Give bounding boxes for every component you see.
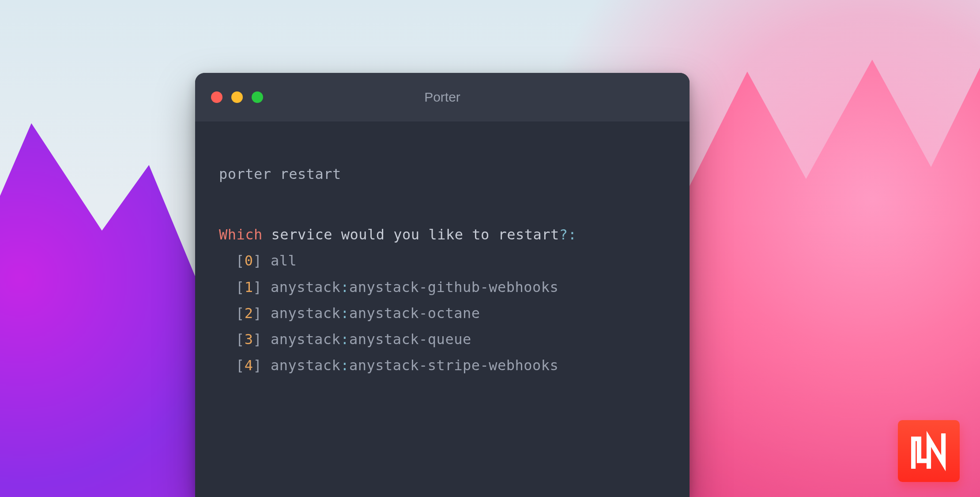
separator-colon: : [340, 331, 349, 348]
logo-badge [898, 420, 960, 482]
option-row[interactable]: [3] anystack:anystack-queue [236, 326, 666, 353]
bracket-open: [ [236, 305, 245, 322]
terminal-window: Porter porter restart Which service woul… [195, 73, 690, 497]
option-index: 2 [245, 305, 253, 322]
prompt-terminator: ?: [559, 226, 577, 243]
bracket-close: ] [253, 331, 262, 348]
options-list: [0] all [1] anystack:anystack-github-web… [236, 248, 666, 379]
bracket-close: ] [253, 305, 262, 322]
bracket-open: [ [236, 252, 245, 269]
traffic-lights [211, 91, 263, 103]
separator-colon: : [340, 279, 349, 296]
option-label-post: anystack-octane [349, 305, 480, 322]
option-label-post: anystack-queue [349, 331, 471, 348]
close-button[interactable] [211, 91, 222, 103]
option-index: 4 [245, 357, 253, 374]
option-label: all [271, 252, 297, 269]
option-label-pre: anystack [271, 279, 340, 296]
option-row[interactable]: [0] all [236, 248, 666, 274]
bracket-open: [ [236, 331, 245, 348]
prompt-text: service would you like to restart [263, 226, 559, 243]
bracket-open: [ [236, 357, 245, 374]
minimize-button[interactable] [231, 91, 243, 103]
option-label-pre: anystack [271, 305, 340, 322]
bracket-close: ] [253, 357, 262, 374]
command-line: porter restart [219, 161, 666, 187]
option-row[interactable]: [4] anystack:anystack-stripe-webhooks [236, 353, 666, 379]
bracket-close: ] [253, 279, 262, 296]
prompt-which: Which [219, 226, 263, 243]
window-titlebar[interactable]: Porter [195, 73, 690, 121]
logo-icon [908, 431, 949, 471]
option-label-pre: anystack [271, 357, 340, 374]
option-row[interactable]: [1] anystack:anystack-github-webhooks [236, 274, 666, 300]
maximize-button[interactable] [252, 91, 263, 103]
bracket-close: ] [253, 252, 262, 269]
option-row[interactable]: [2] anystack:anystack-octane [236, 300, 666, 326]
option-label-pre: anystack [271, 331, 340, 348]
option-index: 0 [245, 252, 253, 269]
option-label-post: anystack-stripe-webhooks [349, 357, 558, 374]
prompt-line: Which service would you like to restart?… [219, 222, 666, 248]
bracket-open: [ [236, 279, 245, 296]
separator-colon: : [340, 357, 349, 374]
option-label-post: anystack-github-webhooks [349, 279, 558, 296]
terminal-body[interactable]: porter restart Which service would you l… [195, 121, 690, 379]
separator-colon: : [340, 305, 349, 322]
window-title: Porter [195, 90, 690, 105]
option-index: 1 [245, 279, 253, 296]
option-index: 3 [245, 331, 253, 348]
